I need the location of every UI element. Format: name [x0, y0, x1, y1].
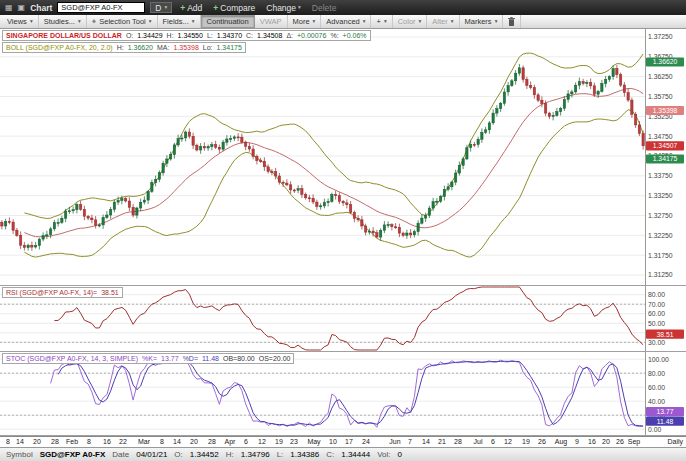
candle-body [574, 85, 576, 92]
candle-body [612, 69, 614, 77]
time-axis-label: 14 [422, 438, 430, 445]
selection-tool-button[interactable]: ⌖ Selection Tool ▾ [87, 15, 158, 28]
candle-body [473, 144, 475, 145]
time-axis[interactable]: Daily 8142028Feb81622Mar8142028Apr612192… [0, 436, 686, 447]
time-axis-label: 23 [290, 438, 298, 445]
stochastic-k-line [51, 360, 644, 427]
stoc-k-value: 13.77 [161, 354, 179, 363]
candle-body [357, 218, 359, 219]
boll-mid-value: 1.35398 [173, 43, 198, 52]
candle-body [61, 218, 63, 222]
more-button[interactable]: More ▾ [288, 15, 322, 28]
candle-body [334, 195, 336, 196]
stochastic-d-line [58, 361, 643, 426]
price-chart[interactable]: 1.372501.367501.362501.357501.352501.347… [0, 29, 686, 285]
add-button[interactable]: + Add [177, 3, 205, 13]
candle-body [203, 146, 205, 148]
boll-upper-value: 1.36620 [128, 43, 153, 52]
app-title: Chart [30, 3, 52, 13]
alter-button[interactable]: Alter ▾ [427, 15, 459, 28]
time-axis-label: 19 [522, 438, 530, 445]
stochastic-chart[interactable]: 100.0080.0060.0040.0020.000.0013.7711.48 [0, 352, 686, 435]
candle-body [492, 113, 494, 123]
candle-body [233, 137, 235, 139]
candle-body [312, 198, 314, 202]
chevron-down-icon: ▾ [298, 5, 301, 11]
grid-icon: ▦ [5, 3, 13, 12]
candle-body [72, 210, 74, 211]
delete-button[interactable]: Delete [309, 3, 340, 13]
axis-tick-label: 1.32750 [648, 212, 673, 219]
compare-button[interactable]: + Compare [210, 3, 258, 13]
chevron-down-icon: ▾ [30, 19, 33, 25]
chevron-down-icon: ▾ [313, 19, 316, 25]
candle-body [304, 194, 306, 198]
price-legend: SINGAPORE DOLLAR/US DOLLAR O:1.34429 H:1… [2, 30, 371, 41]
candle-body [571, 92, 573, 94]
time-axis-label: Jul [474, 438, 483, 445]
candle-body [196, 145, 198, 150]
candle-body [541, 100, 543, 104]
high-value: 1.34550 [178, 31, 203, 40]
candle-body [132, 207, 134, 215]
zoom-button[interactable]: + ▾ [371, 15, 392, 28]
time-axis-label: 8 [87, 438, 91, 445]
chevron-down-icon: ▾ [363, 19, 366, 25]
time-axis-label: Apr [225, 438, 236, 445]
candle-body [31, 245, 33, 247]
boll-mid-badge-value: 1.35398 [653, 107, 678, 114]
symbol-input[interactable] [57, 2, 145, 13]
axis-tick-label: 40.00 [648, 398, 665, 405]
rsi-study-label: RSI (SGD@FXP A0-FX, 14)= [6, 288, 97, 297]
time-axis-label: 8 [6, 438, 10, 445]
candle-body [383, 225, 385, 230]
advanced-button[interactable]: Advanced ▾ [321, 15, 371, 28]
candle-body [136, 208, 138, 215]
candle-body [631, 100, 633, 114]
candle-body [297, 189, 299, 191]
candle-body [454, 173, 456, 182]
axis-tick-label: 1.31750 [648, 252, 673, 259]
trash-icon [508, 17, 515, 26]
candle-body [559, 109, 561, 112]
candle-body [166, 159, 168, 163]
status-open: 1.34452 [190, 450, 219, 459]
vwap-toggle[interactable]: VWAP [255, 15, 288, 28]
color-button[interactable]: Color ▾ [393, 15, 428, 28]
candle-body [42, 236, 44, 239]
candle-body [267, 167, 269, 172]
candle-body [469, 144, 471, 147]
candle-body [169, 155, 171, 159]
candle-body [293, 190, 295, 191]
chart-icon: ▣ [18, 3, 26, 12]
candle-body [57, 222, 59, 223]
candle-body [263, 161, 265, 167]
candle-body [323, 203, 325, 206]
fields-button[interactable]: Fields... ▾ [158, 15, 201, 28]
candle-body [98, 225, 100, 226]
stoc-os-value: OS=20.00 [259, 354, 291, 363]
candle-body [173, 145, 175, 155]
continuation-toggle[interactable]: Continuation [201, 15, 255, 28]
studies-button[interactable]: Studies... ▾ [39, 15, 87, 28]
views-button[interactable]: Views ▾ [2, 15, 39, 28]
candle-body [252, 149, 254, 156]
markers-button[interactable]: Markers ▾ [460, 15, 504, 28]
candle-body [447, 187, 449, 190]
candle-body [578, 82, 580, 86]
candle-body [346, 203, 348, 205]
candle-body [436, 201, 438, 202]
delete-study-button[interactable] [503, 15, 521, 28]
candle-body [327, 202, 329, 203]
change-button[interactable]: Change ▾ [263, 3, 304, 13]
candle-body [162, 163, 164, 173]
status-volume: 0 [397, 450, 401, 459]
candle-body [488, 123, 490, 130]
candle-body [226, 139, 228, 142]
candle-body [91, 218, 93, 220]
interval-dropdown[interactable]: D ▾ [150, 2, 172, 13]
candle-body [364, 226, 366, 232]
stoc-k-badge-value: 13.77 [656, 408, 673, 415]
rsi-line [54, 287, 643, 350]
candle-body [271, 172, 273, 173]
